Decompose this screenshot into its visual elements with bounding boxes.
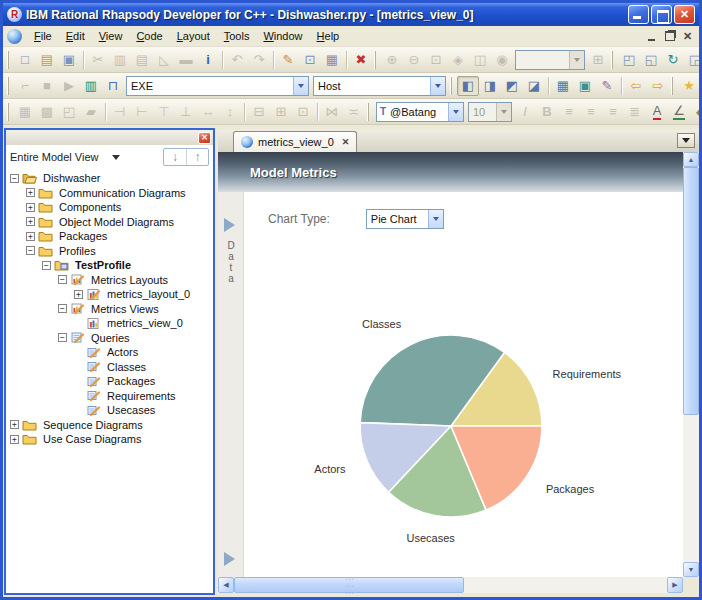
browser-close-button[interactable]: ✕: [198, 132, 211, 144]
zoom-level-combo[interactable]: [515, 50, 585, 70]
swap-windows-button[interactable]: ↻: [662, 50, 684, 70]
show-in-browser-button[interactable]: ◰: [618, 50, 640, 70]
animation-mode-button[interactable]: ▥: [80, 76, 102, 96]
chevron-down-icon[interactable]: [569, 51, 584, 69]
toolbar-grip[interactable]: [7, 51, 10, 69]
mdi-minimize-button[interactable]: [643, 29, 660, 44]
tab-metrics-view[interactable]: metrics_view_0 ✕: [233, 131, 357, 152]
zoom-area-button[interactable]: ⊡: [425, 50, 447, 70]
tree-item-classes[interactable]: Classes: [8, 360, 213, 375]
menu-window[interactable]: Window: [256, 28, 309, 44]
tree-expander-plus[interactable]: +: [10, 435, 19, 444]
tree-expander-plus[interactable]: +: [26, 203, 35, 212]
favorites-button[interactable]: ★: [678, 76, 699, 96]
align-top-button[interactable]: ⊤: [153, 102, 175, 122]
menu-code[interactable]: Code: [129, 28, 169, 44]
chevron-down-icon[interactable]: [496, 103, 511, 121]
title-bar[interactable]: R IBM Rational Rhapsody Developer for C+…: [3, 3, 699, 26]
paste-button[interactable]: ▤: [131, 50, 153, 70]
view-selector-dropdown[interactable]: Entire Model View: [10, 151, 163, 164]
layout-vertical-button[interactable]: ◪: [523, 76, 545, 96]
zoom-selection-button[interactable]: ◉: [491, 50, 513, 70]
tree-expander-plus[interactable]: +: [74, 290, 83, 299]
element-info-button[interactable]: i: [197, 50, 219, 70]
scroll-down-button[interactable]: ▼: [683, 562, 699, 577]
toolbar-grip[interactable]: [7, 103, 10, 121]
undo-button[interactable]: ↶: [226, 50, 248, 70]
tree-expander-minus[interactable]: −: [58, 275, 67, 284]
format-painter-button[interactable]: ✎: [277, 50, 299, 70]
italic-button[interactable]: I: [514, 102, 536, 122]
tree-item-dishwasher[interactable]: −Dishwasher: [8, 171, 213, 186]
tree-item-object-model-diagrams[interactable]: +Object Model Diagrams: [8, 215, 213, 230]
tree-item-communication-diagrams[interactable]: +Communication Diagrams: [8, 186, 213, 201]
format-eraser-button[interactable]: ◺: [153, 50, 175, 70]
chevron-down-icon[interactable]: [448, 103, 463, 121]
snap-to-grid-button[interactable]: ▩: [36, 102, 58, 122]
menu-tools[interactable]: Tools: [217, 28, 257, 44]
tree-item-metrics-layouts[interactable]: −Metrics Layouts: [8, 273, 213, 288]
tree-item-components[interactable]: +Components: [8, 200, 213, 215]
layout-browser-button[interactable]: ◧: [457, 76, 479, 96]
minimize-button[interactable]: [628, 5, 649, 24]
float-window-button[interactable]: ▣: [574, 76, 596, 96]
space-across-button[interactable]: ⋈: [321, 102, 343, 122]
tree-item-queries[interactable]: −Queries: [8, 331, 213, 346]
toolbar-grip[interactable]: [671, 77, 674, 95]
tree-expander-plus[interactable]: +: [10, 420, 19, 429]
lock-configuration-button[interactable]: ⊓: [102, 76, 124, 96]
run-executable-button[interactable]: ▶: [58, 76, 80, 96]
target-combo[interactable]: Host: [313, 76, 446, 96]
tree-expander-plus[interactable]: +: [26, 232, 35, 241]
expand-arrow-icon[interactable]: [224, 552, 242, 566]
fill-color-button[interactable]: ◆: [690, 102, 699, 122]
open-in-new-window-button[interactable]: ⊡: [299, 50, 321, 70]
zoom-in-button[interactable]: ⊕: [381, 50, 403, 70]
tree-item-packages[interactable]: +Packages: [8, 229, 213, 244]
make-same-height-button[interactable]: ⊞: [270, 102, 292, 122]
horizontal-scroll-thumb[interactable]: [234, 577, 464, 593]
welcome-globe-icon[interactable]: [7, 29, 22, 44]
delete-from-model-button[interactable]: ✖: [350, 50, 372, 70]
browser-options-button[interactable]: ▦: [321, 50, 343, 70]
tree-item-packages[interactable]: Packages: [8, 374, 213, 389]
font-color-button[interactable]: A: [646, 102, 668, 122]
line-color-button[interactable]: ∠: [668, 102, 690, 122]
tree-item-sequence-diagrams[interactable]: +Sequence Diagrams: [8, 418, 213, 433]
edit-layouts-button[interactable]: ✎: [596, 76, 618, 96]
font-size-combo[interactable]: 10: [468, 102, 512, 122]
make-same-width-button[interactable]: ⊟: [248, 102, 270, 122]
chevron-down-icon[interactable]: [293, 77, 308, 95]
distribute-horizontally-button[interactable]: ↔: [197, 102, 219, 122]
align-left-button[interactable]: ⊣: [109, 102, 131, 122]
toolbar-grip[interactable]: [7, 77, 10, 95]
tree-expander-minus[interactable]: −: [42, 261, 51, 270]
mdi-restore-button[interactable]: [661, 29, 678, 44]
toolbar-grip[interactable]: [374, 51, 377, 69]
distribute-vertically-button[interactable]: ↕: [219, 102, 241, 122]
navigate-back-button[interactable]: ⇦: [625, 76, 647, 96]
vertical-scroll-thumb[interactable]: [683, 167, 699, 415]
move-to-window-button[interactable]: ◱: [640, 50, 662, 70]
refresh-view-button[interactable]: ⊞: [587, 50, 609, 70]
navigate-forward-button[interactable]: ⇨: [647, 76, 669, 96]
menu-file[interactable]: File: [27, 28, 59, 44]
menu-layout[interactable]: Layout: [170, 28, 217, 44]
close-button[interactable]: ✕: [674, 5, 695, 24]
open-model-button[interactable]: ▤: [36, 50, 58, 70]
bullet-list-button[interactable]: ≣: [624, 102, 646, 122]
cut-button[interactable]: ✂: [87, 50, 109, 70]
stop-execution-button[interactable]: ■: [36, 76, 58, 96]
tree-item-usecases[interactable]: Usecases: [8, 403, 213, 418]
tree-expander-plus[interactable]: +: [26, 188, 35, 197]
corner-shape-button[interactable]: ◰: [58, 102, 80, 122]
mdi-close-button[interactable]: ✕: [679, 29, 696, 44]
locate-element-button[interactable]: ◲: [684, 50, 699, 70]
report-button[interactable]: ▬: [175, 50, 197, 70]
menu-help[interactable]: Help: [310, 28, 347, 44]
layout-editor-button[interactable]: ◨: [479, 76, 501, 96]
make-same-size-button[interactable]: ⊡: [292, 102, 314, 122]
new-file-button[interactable]: □: [14, 50, 36, 70]
horizontal-scrollbar[interactable]: ◀ ▶: [218, 577, 683, 593]
align-bottom-button[interactable]: ⊥: [175, 102, 197, 122]
